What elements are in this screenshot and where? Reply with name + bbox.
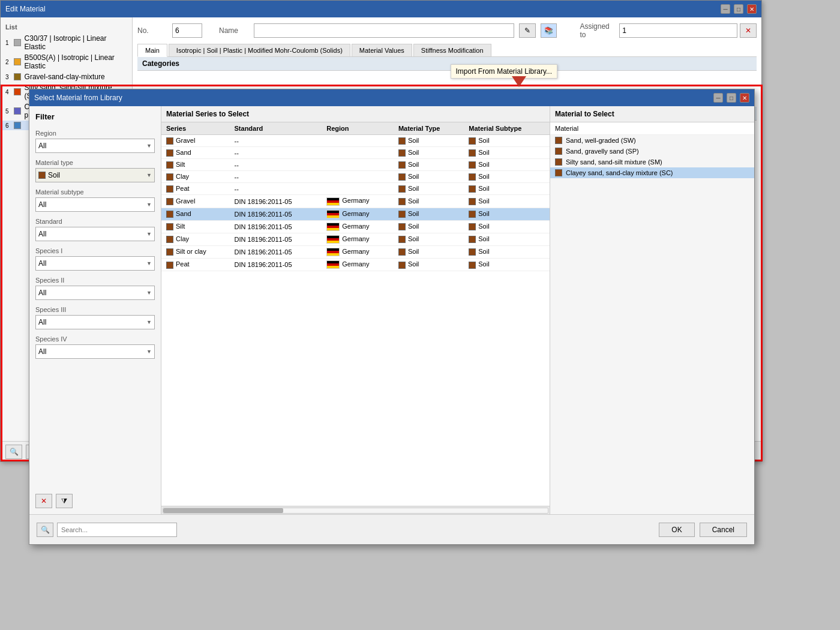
series-table-row[interactable]: Silt or clayDIN 18196:2011-05GermanySoil… bbox=[161, 245, 550, 258]
material-list-item[interactable]: Clayey sand, sand-clay mixture (SC) bbox=[550, 167, 754, 178]
search-icon-button[interactable]: 🔍 bbox=[37, 523, 53, 537]
series-cell-series: Silt bbox=[161, 159, 230, 171]
series-scrollbar[interactable] bbox=[161, 506, 550, 514]
modal-footer: 🔍 OK Cancel bbox=[29, 514, 754, 544]
modal-minimize-button[interactable]: ─ bbox=[713, 93, 723, 103]
filter-species-iv-select[interactable]: All ▼ bbox=[35, 344, 155, 359]
series-cell-standard: -- bbox=[230, 147, 322, 159]
filter-standard-label: Standard bbox=[35, 218, 155, 225]
list-item-2[interactable]: 2 B500S(A) | Isotropic | Linear Elastic bbox=[1, 52, 132, 71]
filter-species-iii-label: Species III bbox=[35, 306, 155, 313]
col-material-type: Material Type bbox=[394, 122, 464, 135]
maximize-button[interactable]: □ bbox=[734, 4, 743, 14]
series-table-row[interactable]: Sand--SoilSoil bbox=[161, 147, 550, 159]
modal-close-button[interactable]: ✕ bbox=[740, 93, 749, 103]
import-library-button[interactable]: 📚 bbox=[541, 23, 557, 38]
filter-region-label: Region bbox=[35, 130, 155, 137]
tab-main[interactable]: Main bbox=[137, 44, 167, 57]
filter-species-iii-value: All bbox=[38, 318, 46, 326]
series-cell-standard: DIN 18196:2011-05 bbox=[230, 258, 322, 271]
no-label: No. bbox=[137, 26, 167, 35]
series-cell-standard: -- bbox=[230, 171, 322, 183]
series-cell-region: Germany bbox=[322, 233, 394, 245]
close-button[interactable]: ✕ bbox=[747, 4, 757, 14]
series-table-row[interactable]: SandDIN 18196:2011-05GermanySoilSoil bbox=[161, 208, 550, 220]
series-cell-subtype: Soil bbox=[464, 171, 550, 183]
series-cell-subtype: Soil bbox=[464, 208, 550, 220]
series-cell-region: Germany bbox=[322, 245, 394, 258]
filter-species-i-value: All bbox=[38, 259, 46, 268]
filter-region-select[interactable]: All ▼ bbox=[35, 139, 155, 153]
filter-species-ii-dropdown-icon: ▼ bbox=[146, 290, 152, 296]
series-table-row[interactable]: Peat--SoilSoil bbox=[161, 183, 550, 195]
minimize-button[interactable]: ─ bbox=[721, 4, 730, 14]
series-cell-series: Clay bbox=[161, 171, 230, 183]
series-cell-series: Silt or clay bbox=[161, 245, 230, 258]
series-cell-region: Germany bbox=[322, 208, 394, 220]
series-table-row[interactable]: Clay--SoilSoil bbox=[161, 171, 550, 183]
main-title-bar: Edit Material ─ □ ✕ bbox=[1, 1, 761, 17]
search-input[interactable] bbox=[57, 523, 177, 537]
series-cell-standard: -- bbox=[230, 159, 322, 171]
filter-subtype-dropdown-icon: ▼ bbox=[146, 202, 152, 208]
series-cell-subtype: Soil bbox=[464, 245, 550, 258]
series-table-row[interactable]: Gravel--SoilSoil bbox=[161, 135, 550, 147]
search-toolbar-button[interactable]: 🔍 bbox=[5, 445, 22, 459]
series-table-row[interactable]: PeatDIN 18196:2011-05GermanySoilSoil bbox=[161, 258, 550, 271]
list-item-3[interactable]: 3 Gravel-sand-clay-mixture bbox=[1, 71, 132, 82]
color-box-2 bbox=[14, 58, 21, 65]
material-list-item[interactable]: Silty sand, sand-silt mixture (SM) bbox=[550, 157, 754, 167]
series-table-row[interactable]: ClayDIN 18196:2011-05GermanySoilSoil bbox=[161, 233, 550, 245]
filter-species-ii-label: Species II bbox=[35, 277, 155, 284]
form-row-no-name: No. Name ✎ 📚 Import From Material Librar… bbox=[137, 22, 757, 39]
cancel-button[interactable]: Cancel bbox=[700, 523, 747, 537]
filter-options-button[interactable]: ⧩ bbox=[56, 494, 73, 508]
filter-species-iii-dropdown-icon: ▼ bbox=[146, 319, 152, 325]
filter-standard-select[interactable]: All ▼ bbox=[35, 227, 155, 241]
edit-material-button[interactable]: ✎ bbox=[519, 23, 536, 38]
filter-species-i-select[interactable]: All ▼ bbox=[35, 256, 155, 271]
series-cell-region bbox=[322, 183, 394, 195]
assigned-input[interactable] bbox=[619, 23, 737, 38]
filter-species-i-dropdown-icon: ▼ bbox=[146, 260, 152, 266]
series-cell-type: Soil bbox=[394, 183, 464, 195]
series-table-container[interactable]: Series Standard Region Material Type Mat… bbox=[161, 122, 550, 506]
series-scrollbar-thumb[interactable] bbox=[163, 508, 283, 513]
clear-assigned-button[interactable]: ✕ bbox=[740, 23, 757, 38]
list-header: List bbox=[1, 22, 132, 33]
series-table-row[interactable]: SiltDIN 18196:2011-05GermanySoilSoil bbox=[161, 220, 550, 233]
material-subheader: Material bbox=[550, 122, 754, 135]
select-material-modal: Select Material from Library ─ □ ✕ Filte… bbox=[29, 89, 755, 545]
material-list-item[interactable]: Sand, gravelly sand (SP) bbox=[550, 146, 754, 157]
no-input[interactable] bbox=[172, 23, 202, 38]
series-table-row[interactable]: Silt--SoilSoil bbox=[161, 159, 550, 171]
tab-stiffness[interactable]: Stiffness Modification bbox=[413, 44, 491, 56]
series-table-row[interactable]: GravelDIN 18196:2011-05GermanySoilSoil bbox=[161, 195, 550, 208]
modal-maximize-button[interactable]: □ bbox=[727, 93, 736, 103]
series-cell-standard: DIN 18196:2011-05 bbox=[230, 233, 322, 245]
tab-material-values[interactable]: Material Values bbox=[352, 44, 412, 56]
filter-subtype-value: All bbox=[38, 200, 46, 209]
series-cell-series: Sand bbox=[161, 208, 230, 220]
filter-subtype-select[interactable]: All ▼ bbox=[35, 197, 155, 212]
tab-isotropic[interactable]: Isotropic | Soil | Plastic | Modified Mo… bbox=[169, 44, 350, 56]
series-cell-subtype: Soil bbox=[464, 147, 550, 159]
filter-species-iii-select[interactable]: All ▼ bbox=[35, 315, 155, 329]
list-item-1[interactable]: 1 C30/37 | Isotropic | Linear Elastic bbox=[1, 33, 132, 52]
list-item-2-label: B500S(A) | Isotropic | Linear Elastic bbox=[25, 53, 127, 70]
filter-species-ii-select[interactable]: All ▼ bbox=[35, 286, 155, 300]
tab-bar: Main Isotropic | Soil | Plastic | Modifi… bbox=[137, 44, 757, 57]
filter-material-type-select[interactable]: Soil ▼ bbox=[35, 168, 155, 182]
series-panel-header: Material Series to Select bbox=[161, 106, 550, 122]
material-list-item[interactable]: Sand, well-graded (SW) bbox=[550, 135, 754, 146]
series-cell-standard: DIN 18196:2011-05 bbox=[230, 208, 322, 220]
filter-species-ii-value: All bbox=[38, 289, 46, 297]
list-item-3-label: Gravel-sand-clay-mixture bbox=[25, 73, 105, 81]
series-cell-standard: DIN 18196:2011-05 bbox=[230, 195, 322, 208]
filter-clear-button[interactable]: ✕ bbox=[35, 494, 52, 508]
name-input[interactable] bbox=[254, 23, 514, 38]
ok-button[interactable]: OK bbox=[659, 523, 694, 537]
main-window-title: Edit Material bbox=[5, 5, 46, 13]
modal-title-controls: ─ □ ✕ bbox=[713, 93, 749, 103]
title-bar-controls: ─ □ ✕ bbox=[721, 4, 757, 14]
